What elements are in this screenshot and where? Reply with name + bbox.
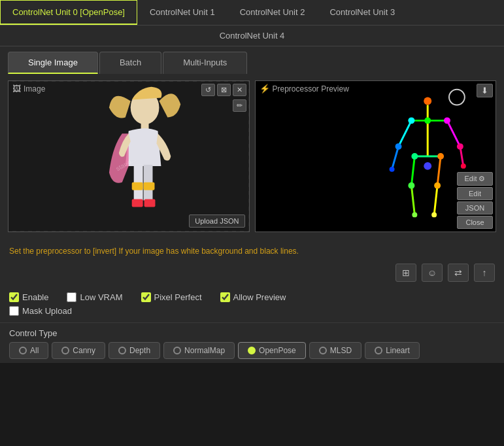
image-panels-row: 🖼 Image ↺ ⊠ ✕ ✏ <box>0 74 504 239</box>
ctrl-btn-canny[interactable]: Canny <box>52 342 105 359</box>
pixel-perfect-checkbox-item[interactable]: Pixel Perfect <box>141 292 202 302</box>
control-type-label: Control Type <box>9 328 495 338</box>
allow-preview-label: Allow Preview <box>233 292 286 302</box>
svg-point-38 <box>424 162 431 170</box>
checkboxes-row1: Enable Low VRAM Pixel Perfect Allow Prev… <box>0 287 504 305</box>
svg-point-31 <box>460 163 465 169</box>
preprocessor-preview-panel: ⚡ Preprocessor Preview ⬇ <box>255 80 497 232</box>
redo-btn[interactable]: ⊠ <box>217 84 231 96</box>
control-type-section: Control Type All Canny Depth NormalMap O… <box>0 322 504 363</box>
edit-settings-btn[interactable]: Edit ⚙ <box>457 172 493 186</box>
grid-icon-btn[interactable]: ⊞ <box>395 264 416 282</box>
svg-point-12 <box>424 97 431 105</box>
ctrl-btn-mlsd[interactable]: MLSD <box>309 342 361 359</box>
allow-preview-checkbox[interactable] <box>220 292 230 302</box>
svg-point-37 <box>431 212 437 217</box>
svg-point-27 <box>444 117 450 124</box>
svg-point-34 <box>408 182 414 189</box>
radio-lineart <box>375 347 382 354</box>
svg-point-28 <box>395 143 401 150</box>
unit-tabs-row2: ControlNet Unit 4 <box>0 26 504 46</box>
tab-unit0[interactable]: ControlNet Unit 0 [OpenPose] <box>0 0 137 25</box>
image-icon: 🖼 <box>12 84 21 94</box>
svg-point-30 <box>389 167 394 172</box>
mode-tab-single[interactable]: Single Image <box>8 52 98 74</box>
svg-point-25 <box>424 117 431 124</box>
tab-unit3[interactable]: ControlNet Unit 3 <box>317 0 407 25</box>
ctrl-btn-depth[interactable]: Depth <box>109 342 160 359</box>
control-type-buttons: All Canny Depth NormalMap OpenPose MLSD … <box>9 342 495 359</box>
tab-unit4[interactable]: ControlNet Unit 4 <box>0 26 504 46</box>
radio-mlsd <box>319 347 327 354</box>
unit-tabs-row: ControlNet Unit 0 [OpenPose] ControlNet … <box>0 0 504 26</box>
radio-openpose <box>248 347 256 354</box>
enable-checkbox[interactable] <box>9 292 19 302</box>
preprocessor-label: ⚡ Preprocessor Preview <box>260 84 349 94</box>
face-icon-btn[interactable]: ☺ <box>422 264 443 282</box>
svg-point-35 <box>434 182 441 189</box>
image-area[interactable]: star-d... <box>8 81 249 232</box>
svg-point-26 <box>408 117 414 124</box>
svg-point-33 <box>437 153 444 160</box>
radio-normalmap <box>173 347 181 354</box>
svg-rect-8 <box>144 199 156 207</box>
edit-btn[interactable]: Edit <box>457 187 493 200</box>
json-btn[interactable]: JSON <box>457 201 493 214</box>
image-panel-controls: ↺ ⊠ ✕ <box>201 84 246 96</box>
pixel-perfect-checkbox[interactable] <box>141 292 151 302</box>
svg-rect-6 <box>144 182 155 190</box>
svg-point-29 <box>456 143 463 150</box>
preprocessor-icon: ⚡ <box>260 84 270 94</box>
swap-icon-btn[interactable]: ⇄ <box>448 264 469 282</box>
low-vram-label: Low VRAM <box>80 292 122 302</box>
ctrl-btn-openpose[interactable]: OpenPose <box>238 342 306 359</box>
radio-depth <box>118 347 126 354</box>
brush-btn[interactable]: ✏ <box>233 99 246 112</box>
ctrl-btn-all[interactable]: All <box>9 342 48 359</box>
radio-canny <box>61 347 69 354</box>
undo-btn[interactable]: ↺ <box>201 84 215 96</box>
mode-tab-multi[interactable]: Multi-Inputs <box>163 52 247 74</box>
tab-unit1[interactable]: ControlNet Unit 1 <box>137 0 227 25</box>
mask-upload-label: Mask Upload <box>22 306 72 316</box>
svg-point-32 <box>411 153 418 160</box>
svg-rect-7 <box>132 199 143 207</box>
svg-rect-5 <box>132 182 143 190</box>
image-panel-label: 🖼 Image <box>12 84 45 94</box>
character-image: star-d... <box>8 81 249 232</box>
upload-json-btn[interactable]: Upload JSON <box>189 214 244 228</box>
mode-tab-batch[interactable]: Batch <box>99 52 161 74</box>
ctrl-btn-normalmap[interactable]: NormalMap <box>163 342 235 359</box>
icon-row: ⊞ ☺ ⇄ ↑ <box>0 261 504 287</box>
low-vram-checkbox[interactable] <box>67 292 76 302</box>
image-panel: 🖼 Image ↺ ⊠ ✕ ✏ <box>8 80 250 232</box>
close-btn[interactable]: Close <box>457 216 493 229</box>
upload-icon-btn[interactable]: ↑ <box>474 264 495 282</box>
right-panel-btns: Edit ⚙ Edit JSON Close <box>457 172 493 229</box>
enable-checkbox-item[interactable]: Enable <box>9 292 48 302</box>
mask-upload-checkbox[interactable] <box>9 306 19 316</box>
mask-upload-checkbox-item[interactable]: Mask Upload <box>9 306 495 316</box>
pixel-perfect-label: Pixel Perfect <box>154 292 202 302</box>
allow-preview-checkbox-item[interactable]: Allow Preview <box>220 292 286 302</box>
enable-label: Enable <box>22 292 48 302</box>
info-text: Set the preprocessor to [invert] If your… <box>0 239 504 261</box>
clear-btn[interactable]: ✕ <box>233 84 246 96</box>
checkboxes-row2: Mask Upload <box>0 305 504 322</box>
low-vram-checkbox-item[interactable]: Low VRAM <box>67 292 122 302</box>
tab-unit2[interactable]: ControlNet Unit 2 <box>227 0 318 25</box>
download-btn[interactable]: ⬇ <box>477 84 493 97</box>
mode-tabs: Single Image Batch Multi-Inputs <box>0 46 504 74</box>
ctrl-btn-lineart[interactable]: Lineart <box>365 342 420 359</box>
radio-all <box>19 347 27 354</box>
svg-point-36 <box>412 212 417 217</box>
